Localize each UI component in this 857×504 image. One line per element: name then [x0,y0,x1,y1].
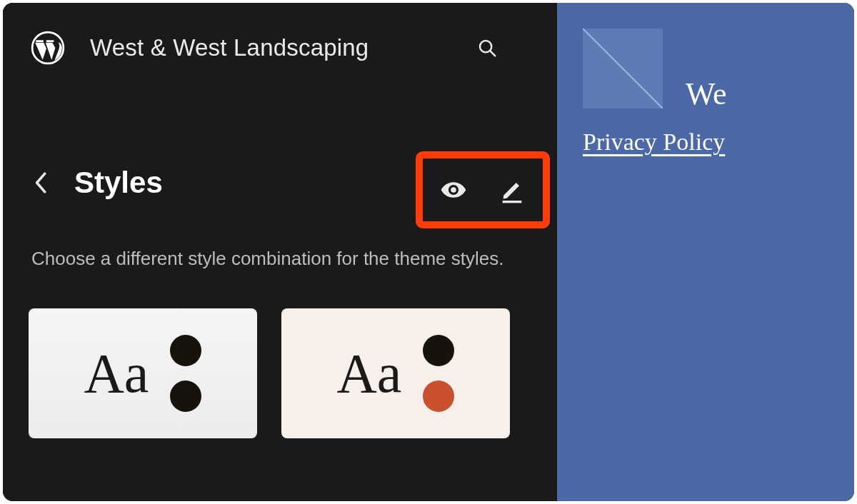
back-button[interactable] [26,167,57,198]
annotation-highlight [416,151,550,228]
svg-point-3 [451,187,456,193]
editor-sidebar: West & West Landscaping Styles [3,3,557,501]
typography-sample: Aa [337,346,402,401]
style-variation-card[interactable]: Aa [281,308,510,438]
panel-header: Styles [3,166,557,200]
sidebar-topbar: West & West Landscaping [3,3,557,66]
search-button[interactable] [473,34,501,62]
typography-sample: Aa [84,346,149,401]
edit-styles-button[interactable] [496,173,528,206]
nav-link-privacy-policy[interactable]: Privacy Policy [583,128,725,155]
wordpress-logo-icon[interactable] [30,30,66,66]
color-dot-icon [423,335,454,366]
site-preview-canvas[interactable]: We Privacy Policy [557,3,854,501]
svg-rect-4 [503,201,522,203]
color-swatches [170,335,201,412]
color-dot-icon [170,335,201,366]
style-book-button[interactable] [437,173,470,206]
style-variation-card[interactable]: Aa [29,308,257,438]
color-dot-icon [170,380,201,412]
site-logo-placeholder[interactable] [583,29,663,109]
color-dot-icon [423,380,454,412]
site-editor-frame: West & West Landscaping Styles [3,3,854,501]
preview-site-title-fragment: We [686,76,727,112]
panel-title: Styles [74,166,163,200]
style-variations-grid: Aa Aa [3,273,557,438]
color-swatches [423,335,454,412]
site-title[interactable]: West & West Landscaping [90,34,448,61]
svg-line-2 [490,51,495,56]
